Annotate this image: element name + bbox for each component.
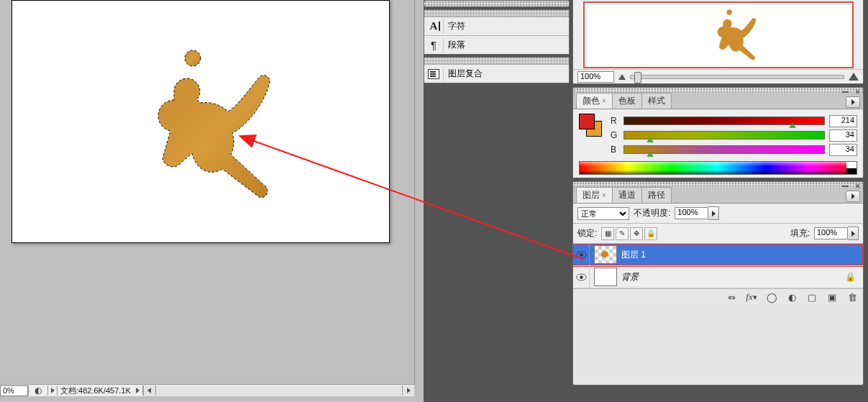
b-value[interactable]: 34: [829, 144, 857, 156]
layer-list[interactable]: 图层 1 背景 🔒: [573, 244, 863, 288]
collapsed-palette-column: A 字符 ¶ 段落 图层复合: [424, 0, 570, 402]
color-tabs: 颜色× 色板 样式: [573, 94, 863, 109]
visibility-toggle[interactable]: [573, 266, 590, 288]
g-slider[interactable]: [623, 131, 825, 140]
layers-tabs: 图层× 通道 路径: [573, 188, 863, 204]
character-paragraph-group: A 字符 ¶ 段落: [424, 9, 570, 55]
svg-point-4: [580, 253, 583, 257]
status-menu-icon[interactable]: [48, 385, 58, 396]
layer-comps-icon: [424, 67, 444, 81]
visibility-toggle[interactable]: [573, 244, 590, 265]
character-panel-button[interactable]: A 字符: [424, 17, 569, 36]
color-panel: × 颜色× 色板 样式 R 214 G 34: [572, 87, 864, 178]
blend-mode-select[interactable]: 正常: [577, 207, 629, 220]
paragraph-label: 段落: [448, 39, 465, 51]
layers-panel: × 图层× 通道 路径 正常 不透明度: 100% 锁定: ▦: [572, 181, 864, 385]
canvas-viewport[interactable]: [0, 0, 414, 385]
r-value[interactable]: 214: [829, 115, 857, 127]
foreground-swatch[interactable]: [579, 114, 595, 129]
r-label: R: [611, 116, 619, 126]
lock-label: 锁定:: [577, 227, 597, 239]
color-spectrum[interactable]: [579, 161, 857, 175]
foreground-background-swatch[interactable]: [579, 114, 600, 135]
g-value[interactable]: 34: [829, 129, 857, 142]
link-layers-icon[interactable]: ⇔: [725, 291, 738, 303]
character-label: 字符: [448, 20, 465, 32]
close-icon[interactable]: ×: [855, 87, 860, 97]
tab-styles[interactable]: 样式: [641, 93, 672, 109]
layer-comps-label: 图层复合: [448, 68, 483, 80]
opacity-field[interactable]: 100%: [675, 207, 708, 219]
layer-comps-panel-button[interactable]: 图层复合: [424, 65, 569, 83]
adjustment-layer-icon[interactable]: ◐: [785, 291, 798, 303]
hscroll-track[interactable]: [155, 385, 402, 396]
tab-layers[interactable]: 图层×: [576, 187, 613, 203]
minimize-icon[interactable]: [842, 183, 849, 187]
lock-transparent-icon[interactable]: ▦: [601, 227, 614, 240]
zoom-slider[interactable]: [630, 75, 844, 79]
layer-name[interactable]: 图层 1: [621, 249, 646, 261]
svg-point-6: [580, 275, 583, 279]
group-icon[interactable]: ▢: [805, 291, 818, 303]
navigator-body[interactable]: [573, 0, 863, 69]
navigator-zoom-field[interactable]: 100%: [577, 71, 614, 83]
tab-color[interactable]: 颜色×: [576, 93, 613, 109]
layers-footer: ⇔ fx▾ ◯ ◐ ▢ ▣ 🗑: [573, 288, 863, 305]
palette-handle[interactable]: [424, 0, 570, 7]
doc-right-gutter: [414, 0, 424, 385]
navigator-footer: 100%: [573, 69, 863, 83]
exposure-icon[interactable]: ◐: [28, 385, 48, 396]
panel-menu-button[interactable]: [846, 191, 860, 202]
lock-icon: 🔒: [845, 272, 856, 282]
layer-thumbnail[interactable]: [594, 268, 617, 286]
hscroll-left-icon[interactable]: [143, 385, 155, 396]
document-area: 0% ◐ 文档:482.6K/457.1K: [0, 0, 424, 402]
palette-handle[interactable]: [424, 58, 569, 65]
layer-fx-icon[interactable]: fx▾: [745, 291, 758, 303]
palette-handle[interactable]: [424, 10, 569, 17]
g-label: G: [611, 130, 619, 140]
tab-swatches[interactable]: 色板: [612, 93, 642, 109]
lock-position-icon[interactable]: ✥: [630, 227, 643, 240]
zoom-field[interactable]: 0%: [0, 385, 28, 396]
zoom-out-icon[interactable]: [618, 74, 626, 80]
delete-layer-icon[interactable]: 🗑: [846, 291, 859, 303]
lock-image-icon[interactable]: ✎: [616, 227, 629, 240]
panel-menu-button[interactable]: [846, 96, 860, 108]
hscroll-right-icon[interactable]: [402, 385, 414, 396]
layer-name[interactable]: 背景: [621, 271, 639, 283]
tab-paths[interactable]: 路径: [641, 187, 672, 203]
right-panel-stack: 100% × 颜色× 色板 样式 R 214: [570, 0, 868, 402]
layer-thumbnail[interactable]: [594, 245, 617, 264]
fill-flyout-icon[interactable]: [848, 227, 859, 240]
layer-row[interactable]: 图层 1: [573, 244, 863, 266]
b-slider[interactable]: [623, 145, 825, 154]
new-layer-icon[interactable]: ▣: [826, 291, 839, 303]
fill-field[interactable]: 100%: [814, 227, 848, 239]
character-icon: A: [424, 19, 444, 34]
close-icon[interactable]: ×: [855, 181, 860, 191]
doc-info-menu-icon[interactable]: [134, 385, 143, 396]
color-body: R 214 G 34 B 34: [573, 109, 863, 178]
opacity-label: 不透明度:: [634, 207, 670, 219]
status-bar: 0% ◐ 文档:482.6K/457.1K: [0, 384, 414, 396]
b-label: B: [611, 145, 619, 155]
minimize-icon[interactable]: [842, 88, 849, 93]
layer-row[interactable]: 背景 🔒: [573, 266, 863, 288]
paragraph-icon: ¶: [424, 38, 444, 52]
svg-point-2: [726, 9, 732, 15]
paragraph-panel-button[interactable]: ¶ 段落: [424, 36, 569, 54]
fill-label: 填充:: [790, 227, 810, 239]
canvas[interactable]: [12, 0, 390, 243]
navigator-panel: 100%: [572, 0, 864, 84]
layer-comps-group: 图层复合: [424, 57, 570, 83]
doc-info-label: 文档:482.6K/457.1K: [58, 385, 134, 396]
navigator-thumbnail[interactable]: [584, 2, 853, 68]
opacity-flyout-icon[interactable]: [708, 206, 719, 220]
layer-mask-icon[interactable]: ◯: [765, 291, 778, 303]
lock-all-icon[interactable]: 🔒: [644, 227, 657, 240]
zoom-in-icon[interactable]: [849, 73, 859, 81]
tab-channels[interactable]: 通道: [612, 187, 642, 203]
r-slider[interactable]: [623, 117, 825, 125]
lock-buttons: ▦ ✎ ✥ 🔒: [601, 227, 657, 240]
